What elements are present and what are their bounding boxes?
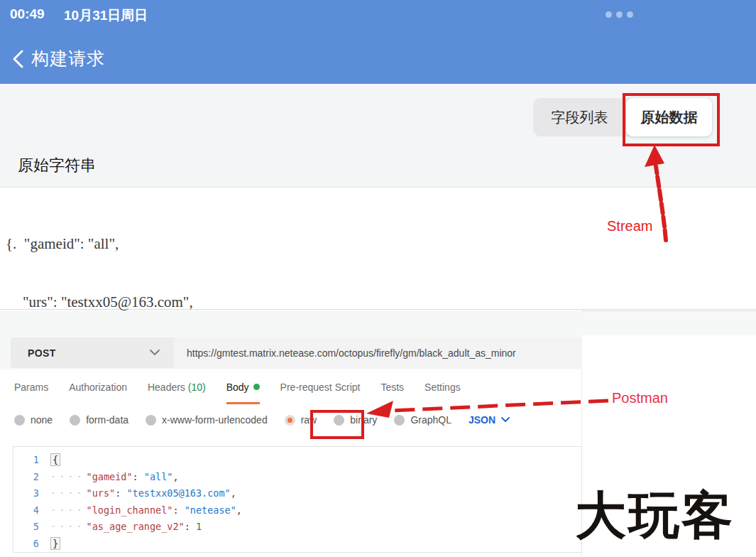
site-logo: 大玩客: [575, 482, 735, 550]
tab-body[interactable]: Body: [226, 382, 260, 404]
radio-raw[interactable]: raw: [285, 414, 317, 426]
status-time: 00:49: [10, 6, 45, 22]
radio-icon: [70, 415, 80, 426]
close-brace: }: [50, 537, 60, 550]
page-title: 构建请求: [31, 47, 105, 70]
tab-settings[interactable]: Settings: [424, 382, 461, 404]
chevron-left-icon[interactable]: [11, 49, 24, 69]
screen: 00:49 10月31日周日 构建请求 字段列表 原始数据 原始字符串 {. "…: [0, 0, 756, 557]
body-type-options: none form-data x-www-form-urlencoded raw…: [14, 414, 510, 426]
language-label: JSON: [469, 414, 495, 426]
radio-icon: [14, 415, 25, 426]
view-mode-segmented-control: 字段列表 原始数据: [533, 98, 712, 136]
status-date: 10月31日周日: [64, 6, 148, 25]
radio-binary[interactable]: binary: [334, 414, 377, 426]
radio-selected-icon: [285, 415, 295, 426]
language-select[interactable]: JSON: [469, 414, 510, 426]
postman-annotation-label: Postman: [612, 390, 668, 406]
tab-field-list[interactable]: 字段列表: [533, 98, 626, 136]
radio-graphql[interactable]: GraphQL: [394, 414, 451, 426]
radio-icon: [146, 415, 156, 426]
radio-icon: [334, 415, 344, 426]
method-select[interactable]: POST: [11, 337, 174, 368]
raw-json-line: {. "gameid": "all",: [6, 232, 756, 255]
mobile-header: 00:49 10月31日周日 构建请求: [0, 0, 756, 84]
postman-window: POST https://gmtest.matrix.netease.com/o…: [0, 310, 582, 557]
headers-count: (10): [188, 382, 206, 393]
raw-string-heading: 原始字符串: [18, 155, 96, 176]
chevron-down-icon: [150, 350, 160, 356]
code-line: 4 ····"login_channel": "netease",: [13, 502, 581, 519]
code-editor[interactable]: 1 { 2 ····"gameid": "all", 3 ····"urs": …: [13, 446, 582, 553]
postman-url-bar: POST https://gmtest.matrix.netease.com/o…: [0, 310, 582, 369]
code-line: 6 }: [13, 536, 581, 553]
radio-icon: [394, 415, 405, 426]
radio-none[interactable]: none: [14, 414, 53, 426]
tab-raw-data[interactable]: 原始数据: [626, 98, 712, 136]
open-brace: {: [50, 453, 60, 466]
tab-pre-request-script[interactable]: Pre-request Script: [280, 382, 361, 404]
tab-params[interactable]: Params: [14, 382, 48, 404]
more-icon[interactable]: [606, 11, 633, 18]
raw-data-section-header: 字段列表 原始数据 原始字符串: [0, 84, 756, 188]
body-modified-dot-icon: [253, 384, 260, 390]
code-line: 3 ····"urs": "testxx05@163.com",: [13, 485, 581, 502]
code-line: 2 ····"gameid": "all",: [13, 469, 581, 486]
tab-tests[interactable]: Tests: [380, 382, 404, 404]
tab-headers[interactable]: Headers (10): [148, 382, 206, 404]
request-tabs: Params Authorization Headers (10) Body P…: [14, 382, 461, 404]
url-input[interactable]: https://gmtest.matrix.netease.com/octopu…: [174, 337, 582, 368]
tab-authorization[interactable]: Authorization: [69, 382, 127, 404]
stream-annotation-label: Stream: [607, 218, 652, 234]
chevron-down-icon: [501, 417, 510, 423]
radio-x-www-form-urlencoded[interactable]: x-www-form-urlencoded: [146, 414, 268, 426]
url-text: https://gmtest.matrix.netease.com/octopu…: [187, 347, 516, 359]
code-line: 5 ····"as_age_range_v2": 1: [13, 519, 581, 536]
raw-string-content: {. "gameid": "all", "urs": "testxx05@163…: [0, 188, 756, 310]
method-label: POST: [28, 347, 56, 359]
code-line: 1 {: [13, 452, 581, 469]
radio-form-data[interactable]: form-data: [70, 414, 128, 426]
